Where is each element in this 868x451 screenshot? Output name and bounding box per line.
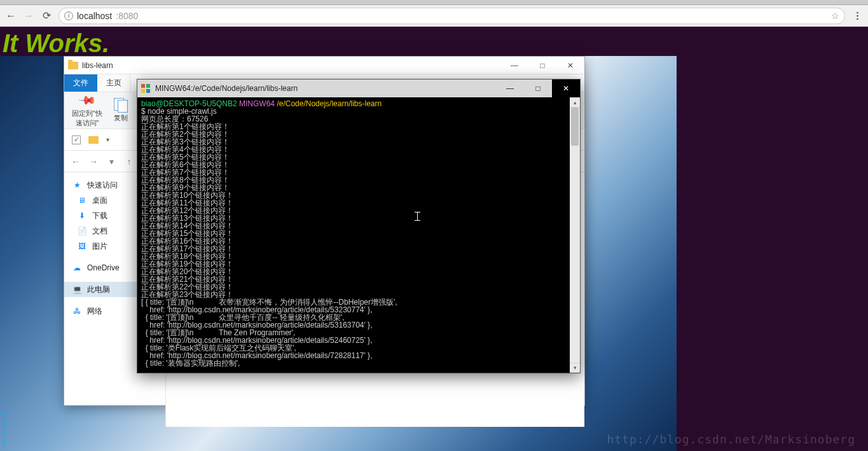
terminal-titlebar[interactable]: MINGW64:/e/Code/Nodejs/learn/libs-learn … (137, 80, 580, 97)
download-icon: ⬇ (77, 211, 87, 221)
scroll-thumb[interactable] (571, 108, 579, 146)
folder-icon (68, 62, 78, 69)
terminal-scrollbar[interactable]: ▴ ▾ (570, 97, 580, 373)
star-icon: ★ (72, 180, 82, 190)
onedrive-icon: ☁ (72, 263, 82, 273)
taskbar-edge (3, 410, 6, 448)
explorer-close-button[interactable]: ✕ (556, 57, 584, 74)
copy-label: 复制 (114, 113, 128, 123)
url-port: :8080 (116, 11, 138, 21)
terminal-minimize-button[interactable]: — (496, 80, 524, 97)
pin-to-quick-access[interactable]: 📌 固定到"快 速访问" (72, 94, 102, 128)
url-host: localhost (77, 11, 112, 21)
watermark-text: http://blog.csdn.net/Marksinoberg (607, 433, 855, 446)
dropdown-icon[interactable]: ▾ (106, 136, 109, 143)
select-checkbox[interactable]: ✓ (72, 135, 81, 144)
ribbon-tab-file[interactable]: 文件 (64, 74, 97, 92)
nav-up-button[interactable]: ↑ (123, 156, 135, 167)
chrome-menu-button[interactable] (851, 10, 863, 22)
bookmark-star-icon[interactable]: ☆ (831, 11, 839, 21)
terminal-output-line: { title: '装饰器实现路由控制', (141, 359, 576, 367)
folder-icon (88, 136, 99, 144)
reload-button[interactable]: ⟳ (41, 10, 52, 22)
nav-back-button[interactable]: ← (69, 156, 82, 167)
pictures-icon: 🖼 (77, 241, 87, 251)
back-button[interactable]: ← (5, 10, 17, 22)
mingw-terminal-window: MINGW64:/e/Code/Nodejs/learn/libs-learn … (137, 79, 581, 373)
page-body: It Works. http://blog.csdn.net/Marksinob… (0, 27, 868, 451)
chrome-toolbar: ← → ⟳ i localhost:8080 ☆ (0, 5, 868, 27)
explorer-title: libs-learn (82, 61, 113, 70)
text-cursor-icon (417, 212, 418, 221)
pin-label: 固定到"快 速访问" (72, 109, 102, 128)
chrome-tab-strip[interactable] (0, 0, 868, 5)
copy-action[interactable]: 复制 (114, 98, 128, 123)
explorer-titlebar[interactable]: libs-learn — □ ✕ (64, 57, 584, 74)
explorer-maximize-button[interactable]: □ (528, 57, 556, 74)
terminal-body[interactable]: biao@DESKTOP-5U5QNB2 MINGW64 /e/Code/Nod… (137, 97, 580, 373)
network-icon: 🖧 (72, 306, 82, 316)
nav-forward-button[interactable]: → (87, 156, 100, 167)
address-bar[interactable]: i localhost:8080 ☆ (59, 8, 845, 24)
nav-history-dropdown[interactable]: ▾ (105, 156, 118, 167)
document-icon: 📄 (77, 226, 87, 236)
ribbon-tab-home[interactable]: 主页 (97, 74, 131, 92)
scroll-up-button[interactable]: ▴ (570, 97, 580, 108)
terminal-maximize-button[interactable]: □ (524, 80, 552, 97)
explorer-minimize-button[interactable]: — (500, 57, 528, 74)
mingw-logo-icon (141, 84, 150, 93)
desktop-icon: 🖥 (77, 195, 87, 205)
pc-icon: 💻 (72, 284, 82, 295)
terminal-title: MINGW64:/e/Code/Nodejs/learn/libs-learn (155, 84, 298, 93)
copy-icon (114, 98, 128, 112)
page-heading: It Works. (3, 29, 109, 58)
scroll-down-button[interactable]: ▾ (570, 363, 580, 373)
site-info-icon[interactable]: i (64, 11, 73, 20)
terminal-close-button[interactable]: ✕ (552, 80, 580, 97)
pin-icon: 📌 (77, 90, 97, 110)
forward-button[interactable]: → (23, 10, 34, 22)
